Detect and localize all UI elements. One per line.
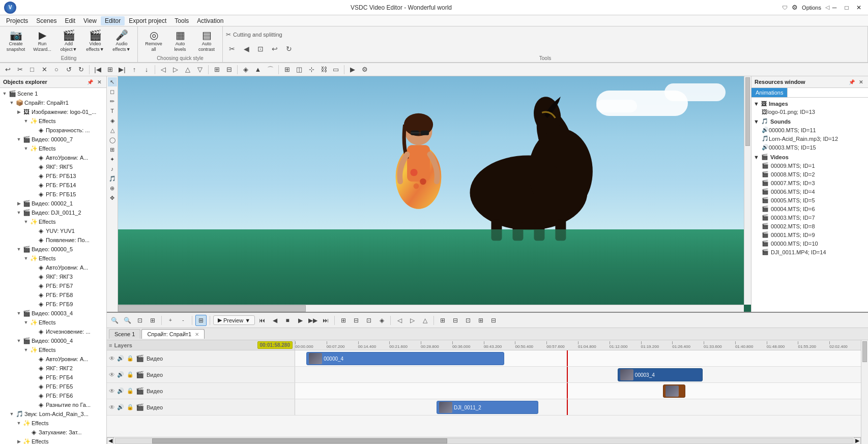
shape-tool-button[interactable]: △ <box>108 126 117 135</box>
tree-item[interactable]: ▼📦Спрайт: Спрайт1 <box>0 98 106 107</box>
tree-item[interactable]: ◈Появление: По... <box>0 235 106 245</box>
tb2-btn-settings[interactable]: ⚙ <box>359 64 370 75</box>
resources-images-header[interactable]: ▼ 🖼 Images <box>751 100 868 108</box>
auto-contrast-button[interactable]: ▤ Auto contrast <box>194 28 219 54</box>
resource-video-item-8[interactable]: 🎬00001.MTS; ID=9 <box>751 230 868 239</box>
tree-item[interactable]: ▼✨Effects <box>0 144 106 153</box>
tl-eye-icon-4[interactable]: 👁 <box>109 404 115 411</box>
timeline-begin-button[interactable]: + <box>165 315 176 326</box>
tb2-btn-align-left[interactable]: |◀ <box>92 64 103 75</box>
tree-expand-icon[interactable]: ▼ <box>8 99 15 106</box>
tb2-btn-align-center[interactable]: ⊞ <box>104 64 115 75</box>
tree-expand-icon[interactable]: ▼ <box>15 209 22 216</box>
stop-button[interactable]: ■ <box>282 315 293 326</box>
tb2-btn-align-right[interactable]: ▶| <box>117 64 128 75</box>
preview-play-button[interactable]: ▶ Preview ▼ <box>213 315 255 325</box>
timeline-mode-2[interactable]: ⊟ <box>351 315 362 326</box>
preview-h-scrollbar-thumb[interactable] <box>118 305 306 312</box>
tree-item[interactable]: ◈ЯКГ: ЯКГ5 <box>0 162 106 171</box>
menu-tools[interactable]: Tools <box>170 16 193 25</box>
timeline-tab-scene1[interactable]: Scene 1 <box>109 329 140 339</box>
minimize-button[interactable]: ─ <box>829 3 840 13</box>
tb2-btn-ruler[interactable]: ▭ <box>330 64 341 75</box>
tb2-btn-move-left[interactable]: ◁ <box>158 64 169 75</box>
tree-expand-icon[interactable]: ▶ <box>15 200 22 207</box>
tl-mute-icon-3[interactable]: 🔊 <box>117 387 125 395</box>
tb2-btn-9[interactable]: ↑ <box>129 64 140 75</box>
menu-export-project[interactable]: Export project <box>125 16 170 25</box>
tree-expand-icon[interactable]: ▼ <box>22 319 30 326</box>
preview-v-scrollbar[interactable] <box>744 76 751 305</box>
sprite-tab-close[interactable]: ✕ <box>195 332 199 337</box>
h-scrollbar-track[interactable] <box>115 438 853 444</box>
tb2-btn-move-up[interactable]: △ <box>182 64 193 75</box>
menu-scenes[interactable]: Scenes <box>32 16 61 25</box>
grid-tool-button[interactable]: ⊞ <box>108 145 117 154</box>
options-label[interactable]: Options <box>802 5 821 11</box>
resource-item-lorn-acid[interactable]: 🎵 Lorn-Acid_Rain.mp3; ID=12 <box>751 134 868 143</box>
cut-tool-1[interactable]: ✂ <box>226 43 238 55</box>
tl-mute-icon-4[interactable]: 🔊 <box>117 403 125 411</box>
tree-item[interactable]: ▼🎬Видео: 00000_7 <box>0 135 106 144</box>
timeline-view-3[interactable]: ⊡ <box>462 315 474 326</box>
tree-item[interactable]: ◈РГБ: РГБ6 <box>0 391 106 400</box>
tree-item[interactable]: ◈Затухание: Зат... <box>0 428 106 437</box>
tl-clip-00000_4[interactable]: 00000_4 <box>306 352 504 365</box>
go-end-button[interactable]: ⏭ <box>320 315 331 326</box>
tree-item[interactable]: ▼✨Effects <box>0 217 106 226</box>
resource-item-00003-mts[interactable]: 🔊 00003.MTS; ID=15 <box>751 143 868 152</box>
tree-item[interactable]: ◈Прозрачность: ... <box>0 126 106 135</box>
music-tool-button[interactable]: 🎵 <box>108 174 117 183</box>
create-snapshot-button[interactable]: 📷 Create snapshot <box>3 28 28 54</box>
resource-video-item-2[interactable]: 🎬00007.MTS; ID=3 <box>751 179 868 187</box>
resource-video-item-1[interactable]: 🎬00008.MTS; ID=2 <box>751 170 868 179</box>
tl-mute-icon-2[interactable]: 🔊 <box>117 371 125 379</box>
resources-videos-header[interactable]: ▼ 🎬 Videos <box>751 153 868 161</box>
tree-item[interactable]: ◈АвтоУровни: А... <box>0 153 106 162</box>
video-effects-button[interactable]: 🎬 Video effects▼ <box>82 28 108 54</box>
tree-expand-icon[interactable]: ▼ <box>22 145 30 152</box>
add-object-button[interactable]: 🎬 Add object▼ <box>56 28 81 54</box>
timeline-nav-1[interactable]: ◁ <box>394 315 405 326</box>
tree-item[interactable]: ◈АвтоУровни: А... <box>0 354 106 364</box>
auto-levels-button[interactable]: ▦ Auto levels <box>167 28 193 54</box>
timeline-view-2[interactable]: ⊟ <box>450 315 461 326</box>
tree-item[interactable]: ◈Разнытие по Га... <box>0 400 106 409</box>
preview-h-scrollbar[interactable] <box>118 305 744 312</box>
play-button[interactable]: ▶ <box>295 315 306 326</box>
tree-item[interactable]: ▼🎬Видео: 00000_5 <box>0 245 106 254</box>
resources-pin-button[interactable]: 📌 <box>848 78 856 86</box>
h-scrollbar-thumb[interactable] <box>152 438 447 443</box>
audio-effects-button[interactable]: 🎤 Audio effects▼ <box>109 28 134 54</box>
tree-item[interactable]: ◈Исчезновение: ... <box>0 327 106 336</box>
panel-pin-button[interactable]: 📌 <box>86 78 94 86</box>
tree-item[interactable]: ▼✨Effects <box>0 419 106 428</box>
remove-all-button[interactable]: ◎ Remove all <box>141 28 166 54</box>
tree-expand-icon[interactable]: ▼ <box>1 90 8 97</box>
tb2-btn-poly[interactable]: ▲ <box>252 64 264 75</box>
tree-item[interactable]: ◈РГБ: РГБ13 <box>0 171 106 181</box>
tb2-btn-play-clip[interactable]: ▶ <box>347 64 358 75</box>
menu-activation[interactable]: Activation <box>193 16 227 25</box>
tree-item[interactable]: ◈ЯКГ: ЯКГ2 <box>0 364 106 373</box>
tb2-btn-4[interactable]: ✕ <box>39 64 50 75</box>
tb2-btn-link[interactable]: ⛓ <box>318 64 329 75</box>
tree-expand-icon[interactable]: ▶ <box>15 438 22 444</box>
cut-tool-2[interactable]: ◀ <box>240 43 252 55</box>
cut-tool-3[interactable]: ⊡ <box>254 43 267 55</box>
tl-eye-icon-2[interactable]: 👁 <box>109 371 115 378</box>
tree-item[interactable]: ◈РГБ: РГБ15 <box>0 190 106 199</box>
tb2-btn-group[interactable]: ⊞ <box>211 64 222 75</box>
resources-close-button[interactable]: ✕ <box>857 78 865 86</box>
zoom-in-tool-button[interactable]: ⊕ <box>108 184 117 193</box>
resource-video-item-10[interactable]: 🎬DJI_0011.MP4; ID=14 <box>751 248 868 256</box>
timeline-mode-1[interactable]: ⊞ <box>338 315 349 326</box>
tb2-btn-3[interactable]: □ <box>26 64 38 75</box>
close-button[interactable]: ✕ <box>854 3 864 13</box>
resource-video-item-3[interactable]: 🎬00006.MTS; ID=4 <box>751 187 868 196</box>
audio-tool-button[interactable]: ♪ <box>108 164 117 173</box>
tree-item[interactable]: ▼✨Effects <box>0 116 106 126</box>
tb2-btn-move-down[interactable]: ▽ <box>194 64 206 75</box>
tree-expand-icon[interactable]: ▼ <box>22 117 30 125</box>
tree-item[interactable]: ◈АвтоУровни: А... <box>0 263 106 272</box>
